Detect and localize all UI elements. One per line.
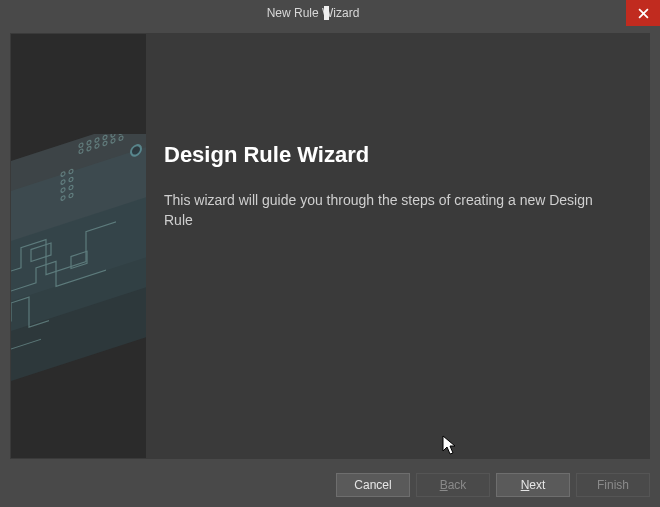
close-button[interactable] (626, 0, 660, 26)
titlebar: New Rule Wizard (0, 0, 660, 26)
main-panel: Design Rule Wizard This wizard will guid… (146, 34, 649, 458)
back-label: Back (440, 478, 467, 492)
window-title: New Rule Wizard (0, 6, 626, 20)
wizard-heading: Design Rule Wizard (146, 34, 649, 168)
next-button[interactable]: Next (496, 473, 570, 497)
content-frame: Design Rule Wizard This wizard will guid… (10, 33, 650, 459)
wizard-window: New Rule Wizard (0, 0, 660, 507)
next-label: Next (521, 478, 546, 492)
close-icon (638, 8, 649, 19)
button-bar: Cancel Back Next Finish (0, 463, 660, 507)
finish-button: Finish (576, 473, 650, 497)
wizard-sidebar-art (11, 34, 146, 458)
cancel-button[interactable]: Cancel (336, 473, 410, 497)
wizard-description: This wizard will guide you through the s… (146, 168, 649, 231)
cancel-label: Cancel (354, 478, 391, 492)
text-caret (324, 6, 329, 20)
finish-label: Finish (597, 478, 629, 492)
back-button: Back (416, 473, 490, 497)
